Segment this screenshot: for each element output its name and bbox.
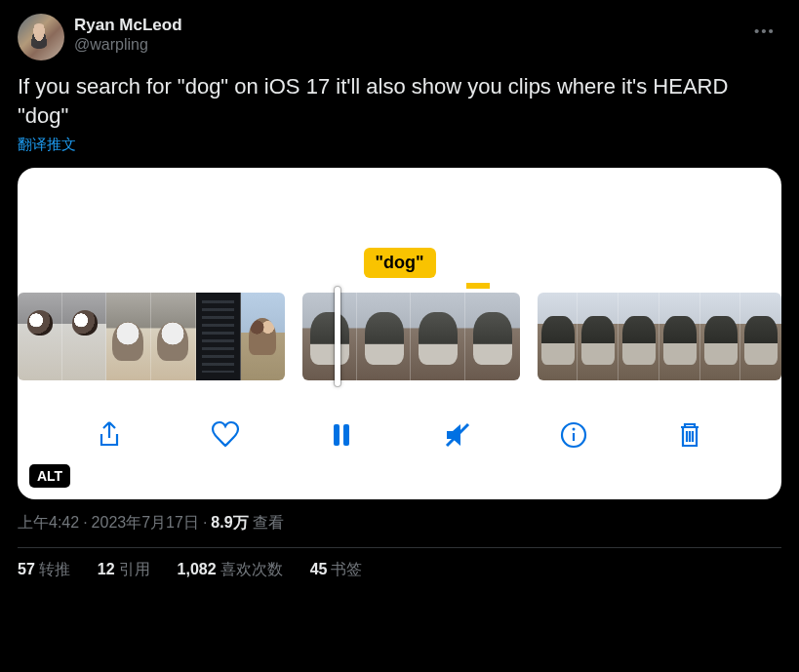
playhead[interactable] [335,287,340,386]
thumbnail[interactable] [106,293,151,380]
clip-group[interactable] [538,293,781,380]
bookmarks-stat[interactable]: 45书签 [310,560,363,580]
thumbnail[interactable] [62,293,107,380]
thumbnail[interactable] [740,293,781,380]
more-options-button[interactable]: ••• [748,14,781,47]
views-count: 8.9万 [211,514,248,531]
tweet-container: Ryan McLeod @warpling ••• If you search … [0,0,799,588]
avatar[interactable] [18,14,64,60]
svg-point-4 [573,428,576,431]
translate-link[interactable]: 翻译推文 [18,136,76,154]
tweet-text: If you search for "dog" on iOS 17 it'll … [18,72,781,130]
trash-icon[interactable] [672,417,707,453]
author-block[interactable]: Ryan McLeod @warpling [74,14,182,55]
retweets-stat[interactable]: 57转推 [18,560,70,580]
alt-badge[interactable]: ALT [29,464,70,488]
views-label: 查看 [253,514,284,531]
media-toolbar [18,417,781,453]
thumbnail[interactable] [578,293,619,380]
timeline-marker [466,283,490,289]
thumbnail[interactable] [700,293,741,380]
quotes-stat[interactable]: 12引用 [98,560,150,580]
pause-icon[interactable] [324,417,359,453]
thumbnail[interactable] [302,293,357,380]
heart-icon[interactable] [208,417,243,453]
clip-group[interactable] [18,293,285,380]
thumbnail[interactable] [241,293,286,380]
thumbnail[interactable] [357,293,412,380]
info-icon[interactable] [556,417,591,453]
display-name: Ryan McLeod [74,16,182,35]
svg-rect-0 [334,424,340,446]
svg-rect-1 [343,424,349,446]
thumbnail[interactable] [18,293,62,380]
thumbnail[interactable] [538,293,579,380]
mute-icon[interactable] [440,417,475,453]
video-filmstrip[interactable] [18,293,781,380]
likes-stat[interactable]: 1,082喜欢次数 [178,560,283,580]
thumbnail[interactable] [619,293,659,380]
tweet-header: Ryan McLeod @warpling ••• [18,14,781,60]
handle: @warpling [74,35,182,54]
thumbnail[interactable] [411,293,465,380]
share-icon[interactable] [92,417,127,453]
tweet-meta: 上午4:42·2023年7月17日·8.9万 查看 [18,513,781,534]
search-term-badge: "dog" [363,248,435,278]
stats-row: 57转推 12引用 1,082喜欢次数 45书签 [18,560,781,580]
tweet-date[interactable]: 2023年7月17日 [92,514,199,531]
thumbnail[interactable] [465,293,520,380]
thumbnail[interactable] [196,293,241,380]
tweet-time[interactable]: 上午4:42 [18,514,79,531]
media-card[interactable]: "dog" [18,168,781,499]
thumbnail[interactable] [151,293,196,380]
thumbnail[interactable] [659,293,700,380]
divider [18,547,781,548]
